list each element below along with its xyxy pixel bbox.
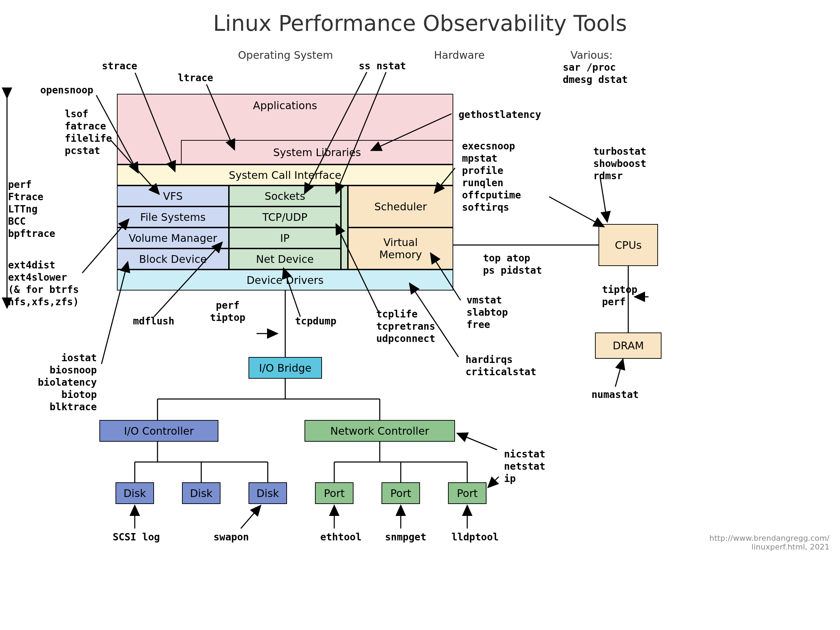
label-operating-system: Operating System <box>238 49 333 61</box>
label-hardware: Hardware <box>434 49 485 61</box>
box-port-3: Port <box>448 482 486 504</box>
box-block-device: Block Device <box>117 248 229 270</box>
box-tcpudp: TCP/UDP <box>229 207 341 227</box>
label-lldptool: lldptool <box>452 531 499 543</box>
box-disk-2: Disk <box>182 482 221 504</box>
attribution: http://www.brendangregg.com/ linuxperf.h… <box>709 534 829 551</box>
box-port-1: Port <box>315 482 354 504</box>
label-opensnoop: opensnoop <box>40 84 93 96</box>
svg-line-22 <box>241 505 261 529</box>
box-volume-manager: Volume Manager <box>117 227 229 248</box>
box-port-2: Port <box>382 482 420 504</box>
box-io-bridge: I/O Bridge <box>248 357 322 379</box>
label-scsi-log: SCSI log <box>113 531 160 543</box>
svg-line-17 <box>549 197 604 227</box>
box-vfs: VFS <box>117 185 229 207</box>
label-ethtool: ethtool <box>320 531 362 543</box>
label-vmstat-group: vmstat slabtop free <box>467 294 508 331</box>
label-top-group: top atop ps pidstat <box>483 252 542 276</box>
box-virtual-memory: Virtual Memory <box>348 227 453 270</box>
label-snmpget: snmpget <box>385 531 426 543</box>
box-sockets-side <box>341 185 348 270</box>
svg-line-19 <box>457 433 497 450</box>
label-hardirqs-group: hardirqs criticalstat <box>466 354 536 378</box>
label-iostat-group: iostat biosnoop biolatency biotop blktra… <box>38 352 97 413</box>
label-ext4-group: ext4dist ext4slower (& for btrfs nfs,xfs… <box>8 259 79 308</box>
label-gethostlatency: gethostlatency <box>458 109 541 121</box>
box-net-device: Net Device <box>229 248 341 270</box>
diagram-title: Linux Performance Observability Tools <box>0 11 840 36</box>
box-device-drivers: Device Drivers <box>117 270 453 291</box>
label-various: Various: <box>570 49 613 61</box>
box-scheduler: Scheduler <box>348 185 453 227</box>
label-mdflush: mdflush <box>133 315 174 327</box>
label-tcplife-group: tcplife tcpretrans udpconnect <box>376 308 436 345</box>
label-ss-nstat: ss nstat <box>359 60 406 72</box>
label-tcpdump: tcpdump <box>295 315 336 327</box>
label-execsnoop-group: execsnoop mpstat profile runqlen offcput… <box>462 140 521 213</box>
box-sockets: Sockets <box>229 185 341 207</box>
box-system-libraries: System Libraries <box>181 140 453 164</box>
label-lsof-group: lsof fatrace filelife pcstat <box>65 108 112 157</box>
box-syscall-interface: System Call Interface <box>117 164 453 185</box>
box-io-controller: I/O Controller <box>99 420 218 442</box>
label-ltrace: ltrace <box>178 72 213 84</box>
box-cpus: CPUs <box>598 224 658 266</box>
box-ip: IP <box>229 227 341 248</box>
box-disk-3: Disk <box>248 482 287 504</box>
label-numastat: numastat <box>592 388 639 401</box>
svg-line-18 <box>615 359 623 387</box>
label-perf-group: perf Ftrace LTTng BCC bpftrace <box>8 178 55 240</box>
label-tiptop-perf: tiptop perf <box>602 284 637 308</box>
box-disk-1: Disk <box>115 482 154 504</box>
label-perf-tiptop: perf tiptop <box>210 299 245 324</box>
label-turbostat-group: turbostat showboost rdmsr <box>593 145 646 182</box>
label-nicstat-group: nicstat netstat ip <box>504 448 545 485</box>
label-swapon: swapon <box>213 531 249 543</box>
label-strace: strace <box>102 60 137 72</box>
svg-line-20 <box>488 477 499 488</box>
box-network-controller: Network Controller <box>305 420 455 442</box>
label-various-tools: sar /proc dmesg dstat <box>563 61 628 86</box>
svg-line-16 <box>600 178 607 222</box>
box-dram: DRAM <box>595 333 662 359</box>
box-filesystems: File Systems <box>117 207 229 227</box>
